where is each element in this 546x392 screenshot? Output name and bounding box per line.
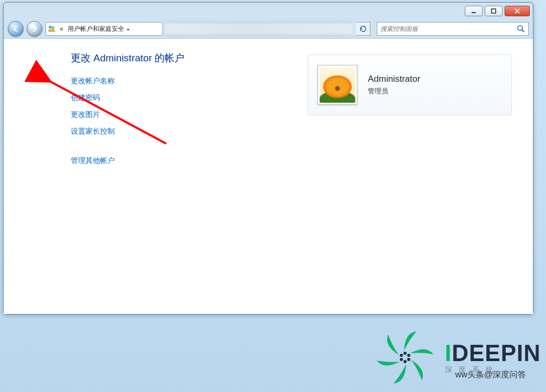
svg-point-12 [400,358,403,361]
svg-point-13 [400,354,403,357]
address-bar[interactable]: « 用户帐户和家庭安全 ▸ [46,22,163,36]
navbar: « 用户帐户和家庭安全 ▸ [4,19,533,38]
svg-point-10 [407,358,410,361]
minimize-button[interactable] [465,6,483,16]
search-box[interactable] [377,22,529,36]
brand-text: IDEEPIN [445,340,541,366]
address-bar-blurred [166,22,353,36]
task-parental-controls[interactable]: 设置家长控制 [71,127,517,136]
close-icon [514,8,520,14]
refresh-icon [359,25,367,32]
svg-rect-1 [492,9,496,13]
ideepin-swirl-icon [374,326,436,389]
breadcrumb-caret[interactable]: ▸ [126,26,131,32]
maximize-icon [490,8,497,14]
svg-point-9 [407,354,410,357]
breadcrumb-item[interactable]: 用户帐户和家庭安全 [65,25,126,34]
nav-forward-button[interactable] [27,21,42,37]
task-manage-other-accounts[interactable]: 管理其他帐户 [71,156,517,166]
account-card: Administrator 管理员 [308,55,512,115]
svg-point-3 [51,26,54,29]
minimize-icon [471,8,477,14]
svg-line-6 [522,30,524,32]
content-pane: 更改 Administrator 的帐户 更改帐户名称 创建密码 更改图片 设置… [4,38,533,314]
arrow-left-icon [12,25,19,32]
account-avatar [318,65,357,105]
attribution-text: ww头条@深度问答 [455,369,526,380]
svg-rect-4 [48,29,55,32]
svg-point-11 [403,360,407,363]
close-button[interactable] [505,6,530,16]
svg-point-2 [49,26,52,29]
svg-point-8 [403,352,407,355]
refresh-button[interactable] [356,22,370,36]
svg-rect-0 [472,12,476,13]
search-input[interactable] [380,25,517,32]
account-name: Administrator [368,74,420,84]
breadcrumb-prefix: « [58,25,65,32]
maximize-button[interactable] [485,6,503,16]
flower-avatar-image [320,67,355,103]
titlebar [4,3,533,19]
arrow-right-icon [31,25,38,32]
nav-back-button[interactable] [8,21,24,37]
control-panel-window: « 用户帐户和家庭安全 ▸ 更改 Administrator 的帐户 更改帐户名… [3,2,533,314]
account-role: 管理员 [368,86,420,96]
search-icon [517,25,525,33]
user-accounts-icon [46,25,58,33]
svg-point-5 [518,26,522,30]
